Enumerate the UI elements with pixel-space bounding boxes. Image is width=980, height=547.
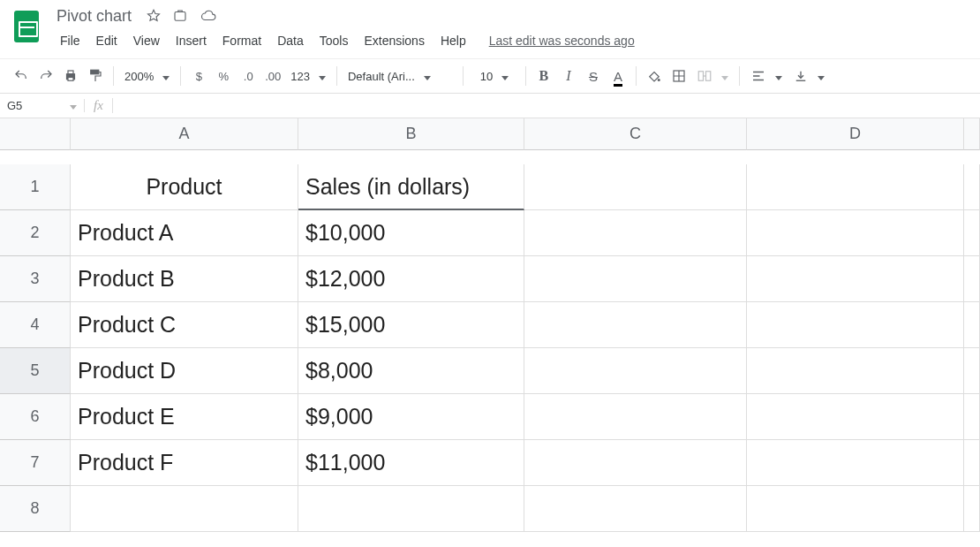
- row-header-1[interactable]: 1: [0, 164, 71, 210]
- cell-B6[interactable]: $9,000: [298, 394, 524, 440]
- undo-button[interactable]: [9, 64, 34, 88]
- cell-A2[interactable]: Product A: [71, 210, 298, 256]
- horizontal-align-button[interactable]: [745, 68, 788, 84]
- select-all-corner[interactable]: [0, 118, 71, 150]
- cell-C3[interactable]: [524, 256, 747, 302]
- cell-A6[interactable]: Product E: [71, 394, 298, 440]
- fill-color-button[interactable]: [642, 64, 667, 88]
- row-header-4[interactable]: 4: [0, 302, 71, 348]
- move-icon[interactable]: [172, 8, 188, 24]
- paint-format-button[interactable]: [83, 64, 108, 88]
- svg-rect-2: [68, 71, 73, 74]
- cell-D6[interactable]: [747, 394, 964, 440]
- cell-E7[interactable]: [964, 440, 980, 486]
- cell-E6[interactable]: [964, 394, 980, 440]
- more-formats-dropdown[interactable]: 123: [285, 70, 331, 83]
- cell-B2[interactable]: $10,000: [298, 210, 524, 256]
- cell-B4[interactable]: $15,000: [298, 302, 524, 348]
- menu-tools[interactable]: Tools: [313, 32, 356, 49]
- cell-C2[interactable]: [524, 210, 747, 256]
- cell-E8[interactable]: [964, 486, 980, 532]
- cell-A3[interactable]: Product B: [71, 256, 298, 302]
- menu-file[interactable]: File: [53, 32, 87, 49]
- zoom-dropdown[interactable]: 200%: [119, 70, 175, 83]
- svg-rect-7: [698, 72, 703, 81]
- cell-D1[interactable]: [747, 164, 964, 210]
- cell-A7[interactable]: Product F: [71, 440, 298, 486]
- menu-extensions[interactable]: Extensions: [357, 32, 431, 49]
- name-box[interactable]: G5: [0, 99, 85, 112]
- cell-D7[interactable]: [747, 440, 964, 486]
- row-header-2[interactable]: 2: [0, 210, 71, 256]
- merge-cells-button[interactable]: [691, 68, 734, 84]
- cell-E1[interactable]: [964, 164, 980, 210]
- column-header-B[interactable]: B: [298, 118, 524, 150]
- cell-C6[interactable]: [524, 394, 747, 440]
- column-header-extra[interactable]: [964, 118, 980, 150]
- strikethrough-button[interactable]: S: [581, 64, 606, 88]
- column-header-D[interactable]: D: [747, 118, 964, 150]
- increase-decimal-button[interactable]: .00: [260, 64, 285, 88]
- italic-button[interactable]: I: [556, 64, 581, 88]
- doc-title[interactable]: Pivot chart: [53, 7, 135, 26]
- cell-B8[interactable]: [298, 486, 524, 532]
- decrease-decimal-button[interactable]: .0: [236, 64, 260, 88]
- cell-D3[interactable]: [747, 256, 964, 302]
- row-header-7[interactable]: 7: [0, 440, 71, 486]
- menu-help[interactable]: Help: [433, 32, 473, 49]
- format-percent-button[interactable]: %: [211, 64, 236, 88]
- column-header-A[interactable]: A: [71, 118, 298, 150]
- bold-button[interactable]: B: [531, 64, 556, 88]
- cell-E3[interactable]: [964, 256, 980, 302]
- row-header-6[interactable]: 6: [0, 394, 71, 440]
- menu-data[interactable]: Data: [270, 32, 311, 49]
- cell-B1[interactable]: Sales (in dollars): [298, 164, 524, 210]
- cell-A4[interactable]: Product C: [71, 302, 298, 348]
- cell-C7[interactable]: [524, 440, 747, 486]
- cell-D8[interactable]: [747, 486, 964, 532]
- format-currency-button[interactable]: $: [186, 64, 211, 88]
- cell-E2[interactable]: [964, 210, 980, 256]
- svg-rect-0: [175, 12, 185, 21]
- borders-button[interactable]: [667, 64, 691, 88]
- star-icon[interactable]: [146, 8, 162, 24]
- cell-B7[interactable]: $11,000: [298, 440, 524, 486]
- last-edit-link[interactable]: Last edit was seconds ago: [489, 34, 635, 48]
- formula-input[interactable]: [113, 94, 980, 118]
- name-box-value: G5: [7, 99, 22, 112]
- font-size-dropdown[interactable]: 10: [469, 70, 520, 83]
- cloud-status-icon[interactable]: [199, 8, 218, 24]
- sheets-logo[interactable]: [9, 9, 44, 44]
- redo-button[interactable]: [34, 64, 58, 88]
- cell-A1[interactable]: Product: [71, 164, 298, 210]
- print-button[interactable]: [58, 64, 83, 88]
- text-color-button[interactable]: A: [606, 64, 630, 88]
- cell-C8[interactable]: [524, 486, 747, 532]
- cell-C5[interactable]: [524, 348, 747, 394]
- menu-view[interactable]: View: [126, 32, 167, 49]
- cell-D4[interactable]: [747, 302, 964, 348]
- menu-insert[interactable]: Insert: [169, 32, 214, 49]
- cell-B5[interactable]: $8,000: [298, 348, 524, 394]
- row-header-5[interactable]: 5: [0, 348, 71, 394]
- toolbar: 200% $ % .0 .00 123 Default (Ari... 10 B…: [0, 58, 980, 94]
- menu-format[interactable]: Format: [215, 32, 268, 49]
- row-header-8[interactable]: 8: [0, 486, 71, 532]
- cell-C4[interactable]: [524, 302, 747, 348]
- svg-rect-8: [705, 72, 710, 81]
- cell-C1[interactable]: [524, 164, 747, 210]
- column-header-C[interactable]: C: [524, 118, 747, 150]
- cell-D5[interactable]: [747, 348, 964, 394]
- cell-E4[interactable]: [964, 302, 980, 348]
- menu-edit[interactable]: Edit: [89, 32, 124, 49]
- cell-D2[interactable]: [747, 210, 964, 256]
- cell-B3[interactable]: $12,000: [298, 256, 524, 302]
- vertical-align-button[interactable]: [788, 68, 830, 84]
- cell-E5[interactable]: [964, 348, 980, 394]
- cell-A8[interactable]: [71, 486, 298, 532]
- svg-rect-3: [68, 78, 73, 81]
- svg-point-5: [658, 79, 660, 81]
- cell-A5[interactable]: Product D: [71, 348, 298, 394]
- font-family-dropdown[interactable]: Default (Ari...: [343, 70, 457, 83]
- row-header-3[interactable]: 3: [0, 256, 71, 302]
